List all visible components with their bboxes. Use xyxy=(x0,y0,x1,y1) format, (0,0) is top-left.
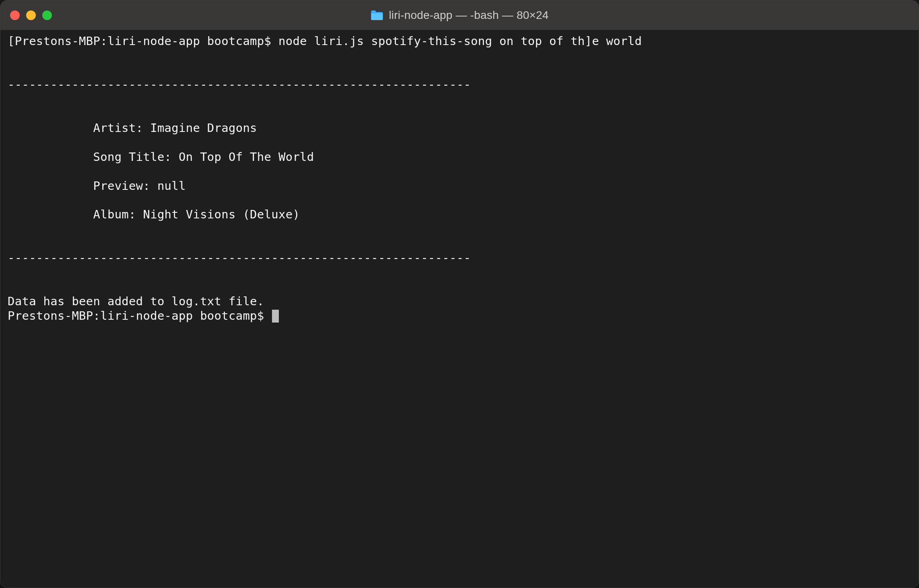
output-artist: Artist: Imagine Dragons xyxy=(8,121,257,135)
close-button[interactable] xyxy=(10,10,20,20)
output-log-message: Data has been added to log.txt file. xyxy=(8,294,264,308)
folder-icon xyxy=(370,10,383,21)
title-bar: liri-node-app — -bash — 80×24 xyxy=(0,0,919,30)
output-preview: Preview: null xyxy=(8,179,186,193)
terminal-window: liri-node-app — -bash — 80×24 [Prestons-… xyxy=(0,0,919,588)
minimize-button[interactable] xyxy=(26,10,36,20)
output-album: Album: Night Visions (Deluxe) xyxy=(8,208,300,221)
maximize-button[interactable] xyxy=(42,10,52,20)
traffic-lights xyxy=(10,10,52,20)
output-divider-bottom: ----------------------------------------… xyxy=(8,251,471,265)
cursor xyxy=(272,310,279,323)
prompt-1: [Prestons-MBP:liri-node-app bootcamp$ xyxy=(8,34,278,48)
command-input: node liri.js spotify-this-song on top of… xyxy=(278,34,642,48)
window-title-text: liri-node-app — -bash — 80×24 xyxy=(389,9,548,22)
output-song-title: Song Title: On Top Of The World xyxy=(8,150,314,164)
terminal-body[interactable]: [Prestons-MBP:liri-node-app bootcamp$ no… xyxy=(0,30,919,588)
output-divider-top: ----------------------------------------… xyxy=(8,78,471,91)
prompt-2: Prestons-MBP:liri-node-app bootcamp$ xyxy=(8,309,271,323)
window-title: liri-node-app — -bash — 80×24 xyxy=(370,9,548,22)
